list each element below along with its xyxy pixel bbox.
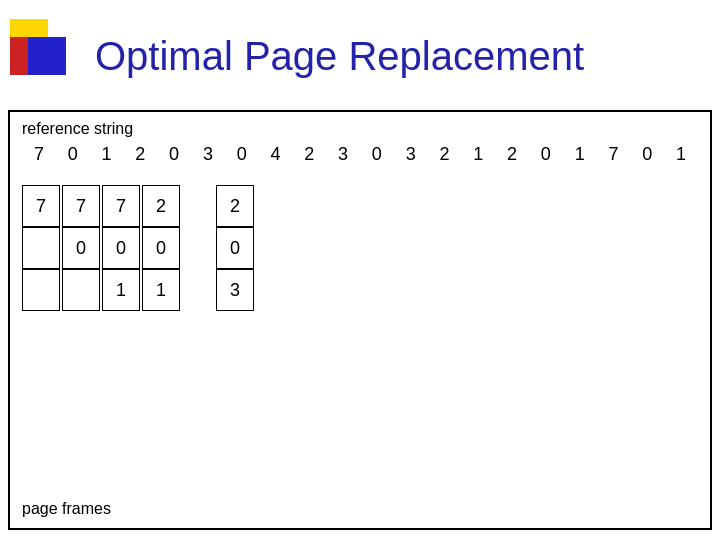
- ref-number: 3: [326, 144, 360, 165]
- content-box: reference string 70120304230321201701 77…: [8, 110, 712, 530]
- frame-cell: 0: [216, 227, 254, 269]
- frame-column: 70: [62, 185, 100, 311]
- ref-number: 0: [529, 144, 563, 165]
- logo: [10, 19, 85, 94]
- frame-cell: 2: [216, 185, 254, 227]
- ref-number: 1: [664, 144, 698, 165]
- frame-cell: [62, 269, 100, 311]
- frame-column: 701: [102, 185, 140, 311]
- ref-number: 7: [597, 144, 631, 165]
- frame-cell: [22, 269, 60, 311]
- ref-number: 2: [428, 144, 462, 165]
- frame-cell: [22, 227, 60, 269]
- frame-cell: 1: [102, 269, 140, 311]
- ref-number: 2: [123, 144, 157, 165]
- reference-string-label: reference string: [22, 120, 698, 138]
- header: Optimal Page Replacement: [0, 0, 720, 110]
- frame-cell: 7: [62, 185, 100, 227]
- logo-blue: [28, 37, 66, 75]
- frame-cell: 0: [102, 227, 140, 269]
- ref-number: 2: [292, 144, 326, 165]
- frame-cell: 2: [142, 185, 180, 227]
- reference-numbers: 70120304230321201701: [22, 144, 698, 165]
- frame-column: 201: [142, 185, 180, 311]
- ref-number: 0: [360, 144, 394, 165]
- frame-cell: 1: [142, 269, 180, 311]
- ref-number: 2: [495, 144, 529, 165]
- ref-number: 0: [225, 144, 259, 165]
- page-frames-label: page frames: [22, 500, 111, 518]
- ref-number: 4: [259, 144, 293, 165]
- frames-area: 770701201203: [22, 185, 698, 311]
- ref-number: 1: [90, 144, 124, 165]
- page-title: Optimal Page Replacement: [95, 34, 584, 79]
- frame-column: 7: [22, 185, 60, 311]
- ref-number: 0: [56, 144, 90, 165]
- ref-number: 1: [461, 144, 495, 165]
- ref-number: 0: [630, 144, 664, 165]
- ref-number: 3: [191, 144, 225, 165]
- ref-number: 1: [563, 144, 597, 165]
- frame-cell: 3: [216, 269, 254, 311]
- ref-number: 7: [22, 144, 56, 165]
- frame-column: 203: [216, 185, 254, 311]
- frame-cell: 0: [62, 227, 100, 269]
- ref-number: 0: [157, 144, 191, 165]
- frame-cell: 7: [102, 185, 140, 227]
- frame-cell: 7: [22, 185, 60, 227]
- ref-number: 3: [394, 144, 428, 165]
- frame-cell: 0: [142, 227, 180, 269]
